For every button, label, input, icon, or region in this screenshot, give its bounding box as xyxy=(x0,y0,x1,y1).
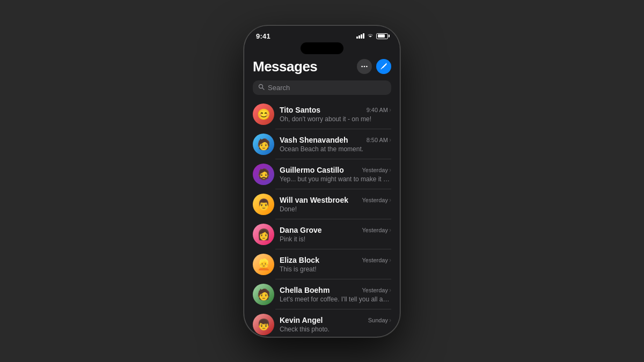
search-bar[interactable]: Search xyxy=(253,80,391,95)
conversation-item[interactable]: 👱 Eliza Block Yesterday › This is great! xyxy=(244,249,400,279)
message-preview: Let's meet for coffee. I'll tell you all… xyxy=(280,295,391,303)
message-preview: Check this photo. xyxy=(280,326,391,333)
message-preview: Oh, don't worry about it - on me! xyxy=(280,115,391,123)
svg-point-1 xyxy=(364,66,365,68)
message-preview: Pink it is! xyxy=(280,235,391,243)
compose-icon xyxy=(380,63,387,70)
svg-point-0 xyxy=(361,66,363,68)
message-time: Yesterday › xyxy=(362,196,391,204)
chevron-icon: › xyxy=(389,256,391,264)
message-time: Sunday › xyxy=(368,316,391,324)
conversation-item[interactable]: 👦 Kevin Angel Sunday › Check this photo. xyxy=(244,309,400,337)
contact-name: Chella Boehm xyxy=(280,286,330,294)
avatar-emoji: 🧑 xyxy=(253,284,274,305)
battery-icon xyxy=(376,33,388,39)
chevron-icon: › xyxy=(389,106,391,114)
contact-name: Will van Westbroek xyxy=(280,196,348,204)
message-preview: Yep... but you might want to make it a s… xyxy=(280,175,391,183)
phone-device: 9:41 Me xyxy=(244,26,400,337)
header-actions xyxy=(357,59,391,74)
message-time: Yesterday › xyxy=(362,226,391,234)
contact-name: Kevin Angel xyxy=(280,316,323,324)
header-top: Messages xyxy=(253,58,391,75)
avatar: 🧑 xyxy=(253,284,274,305)
message-preview: Ocean Beach at the moment. xyxy=(280,145,391,153)
conversation-top: Tito Santos 9:40 AM › xyxy=(280,106,391,114)
chevron-icon: › xyxy=(389,166,391,174)
conversation-content: Kevin Angel Sunday › Check this photo. xyxy=(280,316,391,333)
signal-bars-icon xyxy=(356,33,364,39)
message-time: Yesterday › xyxy=(362,166,391,174)
svg-line-5 xyxy=(262,88,264,90)
conversation-top: Will van Westbroek Yesterday › xyxy=(280,196,391,204)
contact-name: Vash Shenavandeh xyxy=(280,136,348,144)
conversation-content: Chella Boehm Yesterday › Let's meet for … xyxy=(280,286,391,303)
contact-name: Guillermo Castillo xyxy=(280,166,344,174)
more-icon xyxy=(361,63,368,70)
avatar: 👦 xyxy=(253,314,274,335)
messages-header: Messages xyxy=(244,56,400,99)
search-icon xyxy=(258,84,265,92)
conversation-top: Chella Boehm Yesterday › xyxy=(280,286,391,294)
message-preview: Done! xyxy=(280,205,391,213)
avatar: 👩 xyxy=(253,224,274,245)
conversation-item[interactable]: 👨 Will van Westbroek Yesterday › Done! xyxy=(244,189,400,219)
status-time: 9:41 xyxy=(256,32,270,40)
conversation-content: Dana Grove Yesterday › Pink it is! xyxy=(280,226,391,243)
conversation-content: Eliza Block Yesterday › This is great! xyxy=(280,256,391,273)
avatar-emoji: 🧔 xyxy=(253,164,274,185)
status-bar: 9:41 xyxy=(244,26,400,42)
wifi-icon xyxy=(367,33,374,39)
avatar-emoji: 😊 xyxy=(253,104,274,125)
conversation-top: Guillermo Castillo Yesterday › xyxy=(280,166,391,174)
chevron-icon: › xyxy=(389,286,391,294)
avatar: 🧔 xyxy=(253,164,274,185)
search-placeholder-text: Search xyxy=(268,84,290,92)
conversation-content: Will van Westbroek Yesterday › Done! xyxy=(280,196,391,213)
avatar-emoji: 👦 xyxy=(253,314,274,335)
conversation-top: Dana Grove Yesterday › xyxy=(280,226,391,234)
status-icons xyxy=(356,33,388,39)
conversation-item[interactable]: 😊 Tito Santos 9:40 AM › Oh, don't worry … xyxy=(244,99,400,129)
message-time: 9:40 AM › xyxy=(367,106,391,114)
phone-screen: 9:41 Me xyxy=(244,26,400,337)
contact-name: Eliza Block xyxy=(280,256,319,264)
chevron-icon: › xyxy=(389,136,391,144)
avatar-emoji: 👱 xyxy=(253,254,274,275)
avatar: 👨 xyxy=(253,194,274,215)
contact-name: Dana Grove xyxy=(280,226,322,234)
avatar-emoji: 🧑 xyxy=(253,134,274,155)
conversation-item[interactable]: 🧑 Vash Shenavandeh 8:50 AM › Ocean Beach… xyxy=(244,129,400,159)
avatar-emoji: 👩 xyxy=(253,224,274,245)
message-preview: This is great! xyxy=(280,265,391,273)
conversation-content: Guillermo Castillo Yesterday › Yep... bu… xyxy=(280,166,391,183)
conversation-content: Vash Shenavandeh 8:50 AM › Ocean Beach a… xyxy=(280,136,391,153)
chevron-icon: › xyxy=(389,316,391,324)
contact-name: Tito Santos xyxy=(280,106,320,114)
conversation-top: Kevin Angel Sunday › xyxy=(280,316,391,324)
message-time: 8:50 AM › xyxy=(367,136,391,144)
message-time: Yesterday › xyxy=(362,286,391,294)
conversation-item[interactable]: 🧑 Chella Boehm Yesterday › Let's meet fo… xyxy=(244,279,400,309)
avatar-emoji: 👨 xyxy=(253,194,274,215)
conversation-top: Vash Shenavandeh 8:50 AM › xyxy=(280,136,391,144)
dynamic-island xyxy=(301,42,343,54)
page-title: Messages xyxy=(253,58,317,75)
compose-button[interactable] xyxy=(376,59,391,74)
chevron-icon: › xyxy=(389,226,391,234)
avatar: 😊 xyxy=(253,104,274,125)
avatar: 👱 xyxy=(253,254,274,275)
conversation-item[interactable]: 🧔 Guillermo Castillo Yesterday › Yep... … xyxy=(244,159,400,189)
avatar: 🧑 xyxy=(253,134,274,155)
chevron-icon: › xyxy=(389,196,391,204)
more-button[interactable] xyxy=(357,59,372,74)
conversation-content: Tito Santos 9:40 AM › Oh, don't worry ab… xyxy=(280,106,391,123)
svg-point-4 xyxy=(259,84,263,88)
conversations-list: 😊 Tito Santos 9:40 AM › Oh, don't worry … xyxy=(244,99,400,337)
svg-point-2 xyxy=(366,66,368,68)
message-time: Yesterday › xyxy=(362,256,391,264)
conversation-item[interactable]: 👩 Dana Grove Yesterday › Pink it is! xyxy=(244,219,400,249)
conversation-top: Eliza Block Yesterday › xyxy=(280,256,391,264)
